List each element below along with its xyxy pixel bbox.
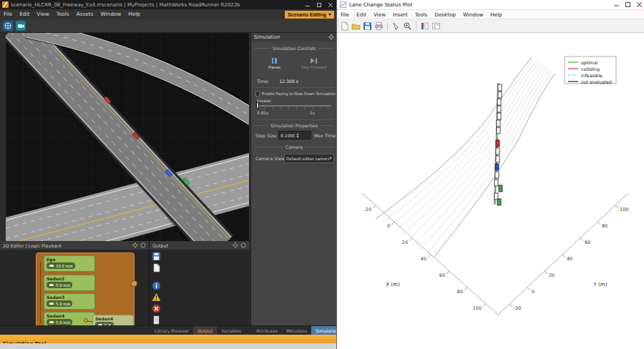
close-button[interactable]: [325, 0, 336, 9]
legend[interactable]: optimal colliding infeasible not evaluat…: [565, 56, 616, 84]
scenario-logic-group[interactable]: Ego 10.0 m/s Sedan2 5.0 m/s Sedan3 5.0 m…: [36, 252, 135, 325]
save-figure-icon[interactable]: [363, 21, 372, 31]
gear-icon[interactable]: [233, 242, 238, 248]
roadrunner-menubar: File Edit View Tools Assets Window Help …: [0, 9, 336, 19]
menu-assets[interactable]: Assets: [73, 9, 97, 19]
error-icon[interactable]: [152, 304, 161, 313]
x-tick: 0: [387, 223, 390, 229]
car-icon: [49, 320, 54, 324]
menu-file[interactable]: File: [0, 9, 16, 19]
menu-edit[interactable]: Edit: [16, 9, 33, 19]
output-panel: Output: [149, 241, 249, 325]
logic-node-ego[interactable]: Ego 10.0 m/s: [44, 255, 95, 272]
options-icon[interactable]: [140, 242, 146, 248]
figure-window-title: Lane Change Status Plot: [349, 1, 610, 8]
maximize-button[interactable]: [622, 0, 633, 9]
menu-help[interactable]: Help: [125, 9, 144, 19]
y-tick: 60: [585, 240, 590, 245]
new-figure-icon[interactable]: [340, 21, 349, 31]
bottom-tab-strip: Library Browser Output Variables Attribu…: [0, 325, 336, 335]
axes: -20 0 20 40 60 80 100 100 80 60 40 20 0 …: [362, 193, 628, 315]
options-icon[interactable]: [240, 242, 246, 248]
pause-button[interactable]: Pause: [257, 53, 292, 74]
logic-node-sedan3[interactable]: Sedan3 5.0 m/s: [44, 293, 95, 310]
spinner-arrows-icon[interactable]: [295, 133, 311, 138]
x-tick: -20: [364, 207, 371, 212]
step-forward-button[interactable]: Step Forward: [296, 53, 331, 74]
output-panel-header[interactable]: Output: [150, 241, 249, 250]
time-value: 12.300 s: [279, 79, 298, 84]
maximize-button[interactable]: [313, 0, 325, 9]
output-panel-title: Output: [152, 243, 233, 248]
section-simulation-properties: Simulation Properties: [254, 123, 334, 128]
action-node-sedan4[interactable]: Sedan4 5: [92, 315, 134, 325]
pacing-slider[interactable]: [257, 105, 331, 107]
action-node-title: Sedan4: [95, 316, 131, 321]
max-time-label: Max Time:: [314, 133, 336, 138]
simulation-panel-title: Simulation: [254, 34, 328, 40]
menu-edit[interactable]: Edit: [353, 10, 370, 19]
print-icon[interactable]: [374, 21, 384, 31]
logic-editor-panel: 2D Editor | Logic Playback Ego 10.0 m/s …: [0, 241, 149, 325]
phase-badge[interactable]: [131, 280, 137, 287]
globe-icon[interactable]: [3, 21, 13, 31]
3d-viewport[interactable]: [6, 33, 249, 241]
close-button[interactable]: [633, 0, 644, 9]
camera-icon[interactable]: [16, 21, 26, 31]
gear-icon[interactable]: [132, 242, 138, 248]
scenario-editing-button[interactable]: Scenario Editing: [285, 11, 334, 19]
minimize-button[interactable]: [610, 0, 622, 9]
menu-view[interactable]: View: [33, 9, 52, 19]
menu-window[interactable]: Window: [459, 10, 487, 19]
menu-window[interactable]: Window: [97, 9, 125, 19]
zoom-in-icon[interactable]: [403, 21, 412, 31]
gear-icon[interactable]: [328, 34, 334, 40]
report-icon[interactable]: [152, 315, 161, 325]
speed-min-label: 0.05x: [257, 111, 268, 115]
info-icon[interactable]: [152, 281, 161, 290]
menu-insert[interactable]: Insert: [389, 10, 411, 19]
roadrunner-titlebar[interactable]: scenario_HLCRR_06_Freeway_Exit.rrscenari…: [0, 0, 336, 9]
x-tick: 60: [439, 272, 445, 278]
pacing-label: Enable Pacing to Slow Down Simulation: [262, 92, 336, 96]
insert-legend-icon[interactable]: [431, 21, 441, 31]
step-size-label: Step Size:: [255, 133, 278, 138]
simulation-panel-header[interactable]: Simulation: [251, 33, 336, 41]
warning-icon[interactable]: [152, 293, 161, 302]
step-size-input[interactable]: 0.10000 s: [278, 131, 311, 139]
menu-desktop[interactable]: Desktop: [431, 10, 459, 19]
camera-view-dropdown[interactable]: Default editor camera: [284, 154, 334, 163]
legend-label: infeasible: [581, 73, 602, 78]
pacing-checkbox[interactable]: [255, 91, 260, 97]
logic-node-sedan2[interactable]: Sedan2 5.0 m/s: [44, 275, 95, 291]
chevron-down-icon: [329, 157, 332, 159]
node-title: Sedan4: [47, 313, 92, 318]
window-title: scenario_HLCRR_06_Freeway_Exit.rrscenari…: [11, 2, 302, 8]
x-tick: 20: [402, 240, 408, 245]
chevron-down-icon: [328, 14, 331, 16]
menu-help[interactable]: Help: [487, 10, 505, 19]
menu-file[interactable]: File: [337, 10, 353, 19]
menu-tools[interactable]: Tools: [411, 10, 431, 19]
new-document-icon[interactable]: [152, 263, 161, 272]
y-axis-label: Y (m): [593, 282, 608, 287]
menu-tools[interactable]: Tools: [53, 9, 73, 19]
section-simulation-controls: Simulation Controls: [254, 46, 334, 51]
section-camera: Camera: [254, 144, 334, 149]
roadrunner-app-icon: [2, 1, 9, 8]
save-log-icon[interactable]: [152, 252, 161, 261]
minimize-button[interactable]: [302, 0, 313, 9]
y-tick: 80: [602, 223, 608, 229]
figure-window: Lane Change Status Plot File Edit View I…: [336, 0, 644, 349]
insert-colorbar-icon[interactable]: [420, 21, 429, 31]
pacing-slider-thumb[interactable]: [256, 102, 259, 109]
lane-change-plot[interactable]: -20 0 20 40 60 80 100 100 80 60 40 20 0 …: [337, 33, 644, 349]
figure-titlebar[interactable]: Lane Change Status Plot: [337, 0, 644, 10]
menu-view[interactable]: View: [370, 10, 389, 19]
toolbar-separator: [416, 21, 416, 31]
logic-editor-header[interactable]: 2D Editor | Logic Playback: [0, 241, 149, 250]
edit-plot-icon[interactable]: [391, 21, 401, 31]
step-forward-icon: [311, 58, 317, 64]
brand-strip: MathWorks®: [0, 343, 336, 349]
open-file-icon[interactable]: [351, 21, 361, 31]
